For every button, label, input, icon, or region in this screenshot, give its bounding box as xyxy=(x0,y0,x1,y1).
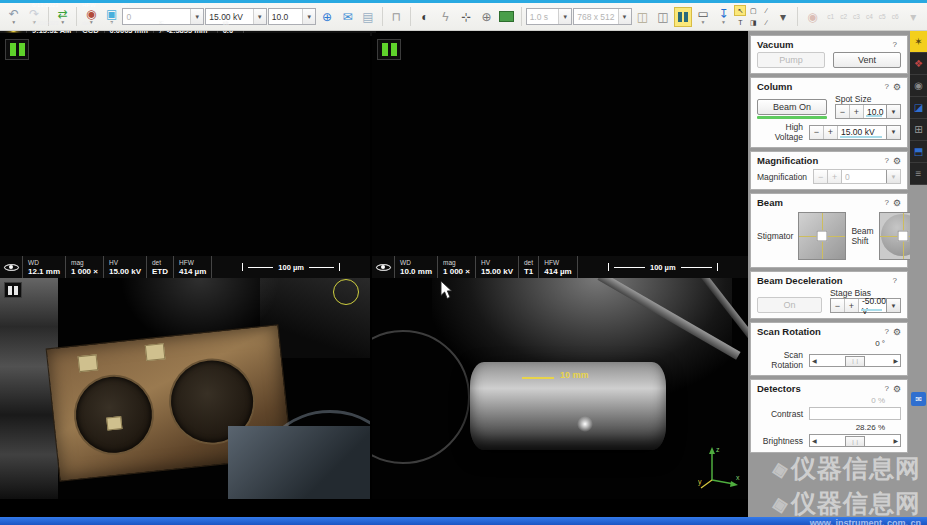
cursor-tool-icon[interactable]: ↖ xyxy=(734,5,746,16)
stigmator-pad[interactable] xyxy=(798,212,846,260)
channel-c2[interactable]: c2 xyxy=(840,13,847,20)
stigmator-knob[interactable] xyxy=(817,231,828,242)
circle-annotation xyxy=(333,279,359,305)
slider-thumb[interactable]: ❘❘ xyxy=(845,356,865,367)
system-state-icon[interactable]: ◉ xyxy=(803,5,823,29)
wd-label: WD xyxy=(400,259,432,267)
channel-c4[interactable]: c4 xyxy=(866,13,873,20)
snapshot-icon[interactable]: ◫ xyxy=(633,5,653,29)
chevron-down-icon[interactable]: ▼ xyxy=(886,105,900,118)
toolbar-separator xyxy=(76,7,77,26)
photo-icon[interactable]: ◫ xyxy=(653,5,673,29)
spot-size-value: 10.0 xyxy=(864,105,886,118)
help-icon[interactable]: ? xyxy=(884,327,888,336)
contrast-label: Contrast xyxy=(757,409,809,419)
scan-rotation-slider[interactable]: ◀❘❘▶ xyxy=(809,354,901,367)
auto-focus-icon[interactable]: ⊹ xyxy=(456,5,476,29)
scan-rotation-value: 0 ° xyxy=(757,339,901,349)
measure-angle-icon[interactable]: ∕ xyxy=(760,17,772,28)
quad-4-ccd-image[interactable]: 10 mm z x y xyxy=(372,278,748,499)
beam-on-button[interactable]: Beam On xyxy=(757,99,827,115)
text-tool-icon[interactable]: T xyxy=(734,17,746,28)
x-label: x: xyxy=(159,19,164,27)
channel-c3[interactable]: c3 xyxy=(853,13,860,20)
chevron-down-icon[interactable]: ▼ xyxy=(886,299,900,312)
crosshair-icon[interactable]: ⊕ xyxy=(317,5,337,29)
volume-tab-icon[interactable]: ⬒ xyxy=(910,141,927,163)
stage-tab-icon[interactable]: ⊞ xyxy=(910,119,927,141)
chevron-down-icon[interactable]: ▼ xyxy=(886,170,900,183)
hfw-value: 414 µm xyxy=(544,267,571,276)
gear-icon[interactable]: ⚙ xyxy=(893,327,901,337)
gear-icon[interactable]: ⚙ xyxy=(893,384,901,394)
gear-icon[interactable]: ⚙ xyxy=(893,82,901,92)
help-icon[interactable]: ? xyxy=(884,198,888,207)
gear-icon[interactable]: ⚙ xyxy=(893,198,901,208)
display-icon[interactable]: ▤ xyxy=(358,5,378,29)
help-icon[interactable]: ? xyxy=(893,40,897,49)
tune-tab-icon[interactable]: ≡ xyxy=(910,163,927,185)
scan-rotation-label: Scan Rotation xyxy=(757,350,809,370)
detectors-tab-icon[interactable]: ◉ xyxy=(910,75,927,97)
tools-caret-icon[interactable]: ▾ xyxy=(773,5,793,29)
brightness-label: Brightness xyxy=(757,436,809,446)
pump-button[interactable]: Pump xyxy=(757,52,825,68)
chevron-down-icon[interactable]: ▼ xyxy=(886,126,900,139)
spot-size-stepper[interactable]: −+ 10.0 ▼ xyxy=(835,104,901,119)
magnification-stepper[interactable]: −+ 0 ▼ xyxy=(813,169,901,184)
dwell-time-select[interactable]: 1.0 s▼ xyxy=(526,8,573,25)
image-tool-icon[interactable]: ◨ xyxy=(747,17,759,28)
decel-on-button[interactable]: On xyxy=(757,297,822,313)
gear-icon[interactable]: ⚙ xyxy=(893,156,901,166)
high-voltage-stepper[interactable]: −+ 15.00 kV ▼ xyxy=(809,125,901,140)
det-label: det xyxy=(152,259,168,267)
det-label: det xyxy=(82,20,98,27)
chat-icon[interactable]: ✉ xyxy=(338,5,358,29)
channel-c5[interactable]: c5 xyxy=(879,13,886,20)
stage-bias-stepper[interactable]: −+ -50.00 V ▼ xyxy=(830,298,901,313)
stage-z-icon[interactable]: ⊓ xyxy=(387,5,407,29)
import-icon[interactable]: ↧▼ xyxy=(714,5,734,29)
quad-1-pause-icon xyxy=(5,39,29,60)
auto-contrast-icon[interactable]: ϟ xyxy=(436,5,456,29)
hv-label: HV xyxy=(109,259,141,267)
beam-deceleration-title: Beam Deceleration xyxy=(757,275,893,286)
slider-thumb[interactable]: ❘❘ xyxy=(845,436,865,447)
rectangle-tool-icon[interactable]: ▢ xyxy=(747,5,759,16)
scale-annotation-line xyxy=(522,377,554,379)
magnification-label: Magnification xyxy=(757,172,813,182)
magnification-card: Magnification ? ⚙ Magnification −+ 0 ▼ xyxy=(750,151,908,190)
quad-1-electron-image[interactable] xyxy=(0,33,370,256)
channel-c6[interactable]: c6 xyxy=(892,13,899,20)
svg-text:x: x xyxy=(736,474,740,481)
hv-value: 15.00 kV xyxy=(481,267,513,276)
toolbar-separator xyxy=(410,7,411,26)
help-icon[interactable]: ? xyxy=(893,276,897,285)
help-icon[interactable]: ? xyxy=(884,384,888,393)
quad-2-electron-image[interactable] xyxy=(372,33,748,256)
quad-2-pause-icon xyxy=(377,39,401,60)
spot-size-select[interactable]: 10.0▼ xyxy=(268,8,316,25)
beam-deceleration-card: Beam Deceleration ? On Stage Bias −+ -50… xyxy=(750,271,908,319)
beam-shift-knob[interactable] xyxy=(897,231,908,242)
vent-button[interactable]: Vent xyxy=(833,52,901,68)
videoscope-icon[interactable]: ▭▼ xyxy=(693,5,713,29)
resolution-select[interactable]: 768 x 512▼ xyxy=(573,8,631,25)
navigation-tab-icon[interactable]: ❖ xyxy=(910,53,927,75)
undo-icon[interactable]: ↶▼ xyxy=(4,5,24,29)
measure-line-icon[interactable]: ∕ xyxy=(760,5,772,16)
beam-center-icon[interactable]: ⊕ xyxy=(477,5,497,29)
data-tab-icon[interactable]: ◪ xyxy=(910,97,927,119)
help-icon[interactable]: ? xyxy=(884,156,888,165)
reduced-area-icon[interactable] xyxy=(497,5,517,29)
help-icon[interactable]: ? xyxy=(884,82,888,91)
channel-c1[interactable]: c1 xyxy=(827,13,834,20)
overflow-caret-icon[interactable]: ▾ xyxy=(904,5,924,29)
beam-control-tab-icon[interactable]: ✶ xyxy=(910,31,927,53)
contrast-icon[interactable]: ◐ xyxy=(415,5,435,29)
pause-button[interactable] xyxy=(674,7,693,27)
quad-3-navcam-image[interactable] xyxy=(0,278,370,499)
brightness-slider[interactable]: ◀❘❘▶ xyxy=(809,434,901,447)
contrast-slider[interactable] xyxy=(809,407,901,420)
chat-icon[interactable]: ✉ xyxy=(911,392,926,406)
